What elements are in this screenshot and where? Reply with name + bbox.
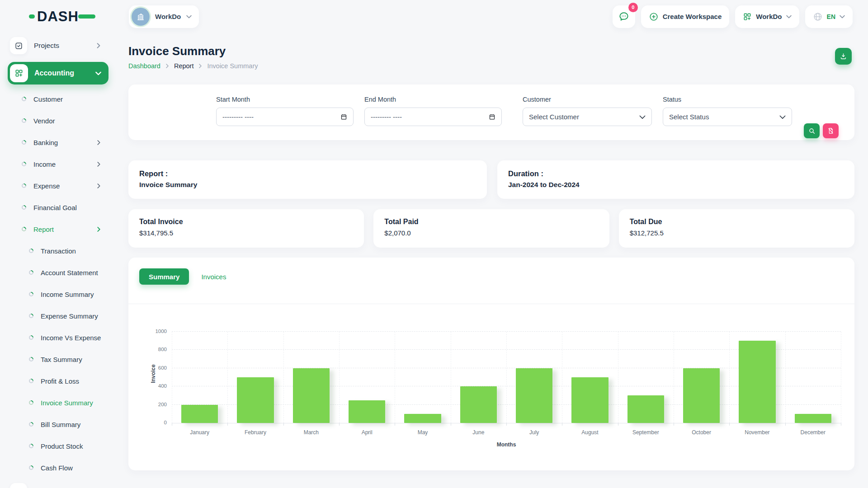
bullet-icon (29, 400, 33, 405)
sidebar-item-cash-flow[interactable]: Cash Flow (0, 457, 118, 479)
messages-button[interactable]: 0 (613, 5, 635, 28)
sidebar-item-tax-summary[interactable]: Tax Summary (0, 348, 118, 370)
sidebar-item-financial-goal[interactable]: Financial Goal (0, 197, 118, 218)
language-selector[interactable]: EN (805, 5, 853, 28)
create-workspace-button[interactable]: Create Workspace (641, 5, 730, 28)
logo-text: DASH (37, 9, 79, 23)
bar-slot-april (339, 332, 395, 423)
customer-select[interactable]: Select Customer (523, 108, 652, 126)
bar-slot-june (451, 332, 506, 423)
sidebar-item-product-stock[interactable]: Product Stock (0, 435, 118, 457)
y-tick-label: 1000 (155, 328, 167, 334)
sidebar-item-income-vs-expense[interactable]: Income Vs Expense (0, 327, 118, 348)
start-month-group: Start Month --------- ---- (216, 96, 354, 140)
breadcrumb-report[interactable]: Report (174, 62, 194, 70)
sidebar-item-accounting[interactable]: Accounting (8, 62, 108, 84)
tab-invoices[interactable]: Invoices (201, 273, 226, 281)
sidebar-item-income[interactable]: Income (0, 153, 118, 175)
x-label-april: April (339, 429, 395, 436)
x-tick-mark (674, 423, 674, 426)
sidebar-item-customer[interactable]: Customer (0, 88, 118, 110)
x-tick-mark (283, 423, 284, 426)
total-invoice-value: $314,795.5 (139, 229, 353, 237)
bullet-icon (29, 270, 33, 275)
sidebar-item-transaction[interactable]: Transaction (0, 240, 118, 262)
customer-group: Customer Select Customer (523, 96, 652, 140)
start-month-input[interactable]: --------- ---- (216, 108, 354, 126)
bar-july (516, 368, 552, 423)
invoice-bar-chart: Invoice 02004006008001000 JanuaryFebruar… (172, 332, 841, 448)
bullet-icon (29, 379, 33, 383)
status-label: Status (663, 96, 792, 103)
y-tick-label: 0 (164, 420, 167, 425)
workspace-selector[interactable]: WorkDo (129, 5, 199, 28)
total-invoice-label: Total Invoice (139, 218, 353, 226)
breadcrumb-current: Invoice Summary (207, 62, 258, 70)
messages-count-badge: 0 (628, 3, 638, 12)
sidebar-item-label: Accounting (34, 69, 74, 77)
sidebar-item-expense-summary[interactable]: Expense Summary (0, 305, 118, 327)
x-tick-mark (227, 423, 228, 426)
x-label-november: November (729, 429, 785, 436)
end-month-group: End Month --------- ---- (364, 96, 502, 140)
sidebar-item-label: Projects (34, 42, 59, 50)
chevron-right-icon (198, 64, 203, 68)
tab-summary[interactable]: Summary (139, 268, 189, 285)
sidebar-item-banking[interactable]: Banking (0, 131, 118, 153)
status-select[interactable]: Select Status (663, 108, 792, 126)
end-month-label: End Month (364, 96, 502, 103)
sidebar-item-invoice-summary[interactable]: Invoice Summary (0, 392, 118, 413)
bullet-icon (22, 205, 26, 210)
download-button[interactable] (835, 48, 852, 65)
create-workspace-label: Create Workspace (663, 13, 722, 20)
x-tick-mark (451, 423, 451, 426)
sidebar-item-projects[interactable]: Projects (0, 34, 118, 57)
chevron-right-icon (96, 227, 101, 232)
x-label-september: September (618, 429, 674, 436)
reset-filter-button[interactable] (823, 123, 839, 138)
bar-march (293, 368, 330, 423)
app-logo[interactable]: DASH (29, 9, 95, 23)
breadcrumb-dashboard[interactable]: Dashboard (128, 62, 160, 70)
sidebar-item-vendor[interactable]: Vendor (0, 110, 118, 131)
filter-panel: Start Month --------- ---- End Month ---… (128, 84, 854, 140)
total-invoice-card: Total Invoice $314,795.5 (128, 209, 364, 248)
bar-august (571, 377, 608, 423)
x-tick-mark (339, 423, 340, 426)
sidebar-item-label: Vendor (33, 117, 55, 125)
x-label-december: December (785, 429, 841, 436)
duration-label: Duration : (508, 169, 844, 178)
bar-slot-may (395, 332, 450, 423)
y-tick-label: 800 (158, 347, 167, 352)
x-tick-mark (618, 423, 618, 426)
customer-label: Customer (523, 96, 652, 103)
workdo-menu-button[interactable]: WorkDo (735, 5, 799, 28)
x-tick-mark (785, 423, 786, 426)
chevron-down-icon (840, 14, 845, 19)
bar-slot-march (283, 332, 339, 423)
total-due-card: Total Due $312,725.5 (619, 209, 854, 248)
report-value: Invoice Summary (139, 181, 476, 189)
bullet-icon (22, 162, 26, 166)
tabs: Summary Invoices (139, 268, 844, 285)
apply-filter-button[interactable] (804, 123, 820, 138)
total-due-label: Total Due (630, 218, 844, 226)
chart-plot: 02004006008001000 (172, 332, 841, 423)
sidebar-item-report[interactable]: Report (0, 218, 118, 240)
sidebar-item-bill-summary[interactable]: Bill Summary (0, 413, 118, 435)
bar-september (627, 395, 664, 423)
sidebar-item-label: Income (33, 160, 56, 168)
x-axis-title: Months (172, 441, 841, 448)
bar-slot-july (506, 332, 562, 423)
totals-row: Total Invoice $314,795.5 Total Paid $2,0… (128, 209, 854, 248)
sidebar-item-profit-loss[interactable]: Profit & Loss (0, 370, 118, 392)
sidebar-item-hrm[interactable]: HRM (0, 480, 118, 488)
sidebar-item-label: Report (33, 225, 54, 233)
sidebar-item-expense[interactable]: Expense (0, 175, 118, 197)
end-month-input[interactable]: --------- ---- (364, 108, 502, 126)
sidebar-item-label: Tax Summary (41, 356, 82, 363)
chevron-right-icon (165, 64, 170, 68)
sidebar-item-income-summary[interactable]: Income Summary (0, 283, 118, 305)
user-focus-icon (10, 483, 27, 488)
sidebar-item-account-statement[interactable]: Account Statement (0, 262, 118, 283)
